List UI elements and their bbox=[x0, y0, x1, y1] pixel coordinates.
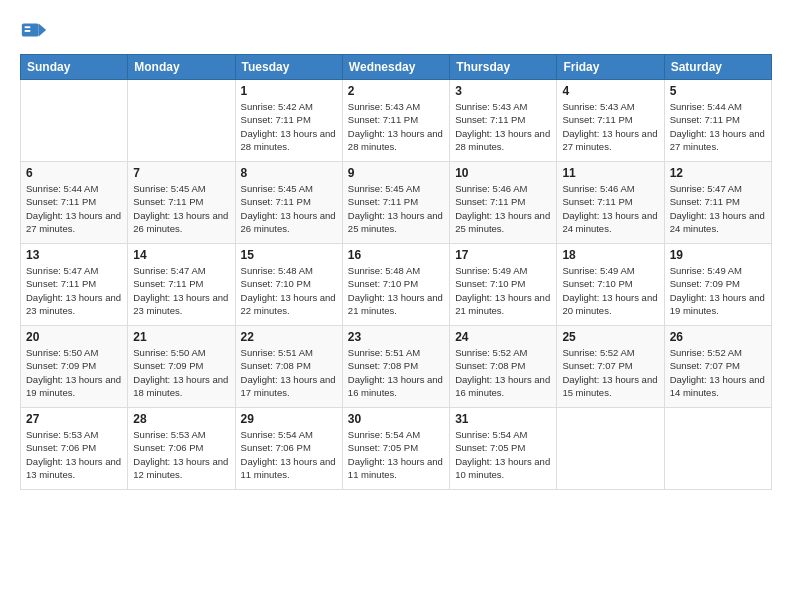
day-number: 29 bbox=[241, 412, 337, 426]
calendar-cell: 12Sunrise: 5:47 AM Sunset: 7:11 PM Dayli… bbox=[664, 162, 771, 244]
day-number: 7 bbox=[133, 166, 229, 180]
day-number: 3 bbox=[455, 84, 551, 98]
svg-rect-2 bbox=[25, 26, 31, 28]
calendar-cell: 15Sunrise: 5:48 AM Sunset: 7:10 PM Dayli… bbox=[235, 244, 342, 326]
day-number: 20 bbox=[26, 330, 122, 344]
day-number: 23 bbox=[348, 330, 444, 344]
day-info: Sunrise: 5:53 AM Sunset: 7:06 PM Dayligh… bbox=[133, 428, 229, 481]
day-info: Sunrise: 5:51 AM Sunset: 7:08 PM Dayligh… bbox=[241, 346, 337, 399]
weekday-header-monday: Monday bbox=[128, 55, 235, 80]
weekday-header-row: SundayMondayTuesdayWednesdayThursdayFrid… bbox=[21, 55, 772, 80]
day-number: 9 bbox=[348, 166, 444, 180]
calendar-cell: 2Sunrise: 5:43 AM Sunset: 7:11 PM Daylig… bbox=[342, 80, 449, 162]
calendar-cell bbox=[664, 408, 771, 490]
day-info: Sunrise: 5:42 AM Sunset: 7:11 PM Dayligh… bbox=[241, 100, 337, 153]
day-info: Sunrise: 5:50 AM Sunset: 7:09 PM Dayligh… bbox=[133, 346, 229, 399]
day-info: Sunrise: 5:49 AM Sunset: 7:09 PM Dayligh… bbox=[670, 264, 766, 317]
day-info: Sunrise: 5:52 AM Sunset: 7:07 PM Dayligh… bbox=[562, 346, 658, 399]
day-info: Sunrise: 5:48 AM Sunset: 7:10 PM Dayligh… bbox=[241, 264, 337, 317]
calendar-cell: 17Sunrise: 5:49 AM Sunset: 7:10 PM Dayli… bbox=[450, 244, 557, 326]
day-info: Sunrise: 5:43 AM Sunset: 7:11 PM Dayligh… bbox=[348, 100, 444, 153]
calendar-cell: 5Sunrise: 5:44 AM Sunset: 7:11 PM Daylig… bbox=[664, 80, 771, 162]
calendar-cell: 24Sunrise: 5:52 AM Sunset: 7:08 PM Dayli… bbox=[450, 326, 557, 408]
day-info: Sunrise: 5:47 AM Sunset: 7:11 PM Dayligh… bbox=[26, 264, 122, 317]
calendar-cell: 26Sunrise: 5:52 AM Sunset: 7:07 PM Dayli… bbox=[664, 326, 771, 408]
calendar-week-row: 27Sunrise: 5:53 AM Sunset: 7:06 PM Dayli… bbox=[21, 408, 772, 490]
svg-rect-3 bbox=[25, 30, 31, 32]
calendar-cell: 1Sunrise: 5:42 AM Sunset: 7:11 PM Daylig… bbox=[235, 80, 342, 162]
calendar-cell bbox=[21, 80, 128, 162]
calendar-cell: 21Sunrise: 5:50 AM Sunset: 7:09 PM Dayli… bbox=[128, 326, 235, 408]
calendar-cell bbox=[128, 80, 235, 162]
day-info: Sunrise: 5:43 AM Sunset: 7:11 PM Dayligh… bbox=[562, 100, 658, 153]
calendar-cell: 4Sunrise: 5:43 AM Sunset: 7:11 PM Daylig… bbox=[557, 80, 664, 162]
day-info: Sunrise: 5:51 AM Sunset: 7:08 PM Dayligh… bbox=[348, 346, 444, 399]
calendar-cell: 9Sunrise: 5:45 AM Sunset: 7:11 PM Daylig… bbox=[342, 162, 449, 244]
calendar-week-row: 20Sunrise: 5:50 AM Sunset: 7:09 PM Dayli… bbox=[21, 326, 772, 408]
calendar-cell: 20Sunrise: 5:50 AM Sunset: 7:09 PM Dayli… bbox=[21, 326, 128, 408]
day-number: 13 bbox=[26, 248, 122, 262]
calendar-week-row: 1Sunrise: 5:42 AM Sunset: 7:11 PM Daylig… bbox=[21, 80, 772, 162]
day-number: 16 bbox=[348, 248, 444, 262]
day-number: 18 bbox=[562, 248, 658, 262]
day-info: Sunrise: 5:45 AM Sunset: 7:11 PM Dayligh… bbox=[241, 182, 337, 235]
weekday-header-wednesday: Wednesday bbox=[342, 55, 449, 80]
weekday-header-thursday: Thursday bbox=[450, 55, 557, 80]
day-info: Sunrise: 5:53 AM Sunset: 7:06 PM Dayligh… bbox=[26, 428, 122, 481]
day-info: Sunrise: 5:44 AM Sunset: 7:11 PM Dayligh… bbox=[26, 182, 122, 235]
weekday-header-tuesday: Tuesday bbox=[235, 55, 342, 80]
calendar-cell: 18Sunrise: 5:49 AM Sunset: 7:10 PM Dayli… bbox=[557, 244, 664, 326]
day-number: 22 bbox=[241, 330, 337, 344]
calendar-cell: 23Sunrise: 5:51 AM Sunset: 7:08 PM Dayli… bbox=[342, 326, 449, 408]
day-number: 25 bbox=[562, 330, 658, 344]
day-number: 26 bbox=[670, 330, 766, 344]
day-number: 31 bbox=[455, 412, 551, 426]
day-info: Sunrise: 5:45 AM Sunset: 7:11 PM Dayligh… bbox=[348, 182, 444, 235]
day-number: 10 bbox=[455, 166, 551, 180]
calendar-cell: 30Sunrise: 5:54 AM Sunset: 7:05 PM Dayli… bbox=[342, 408, 449, 490]
weekday-header-saturday: Saturday bbox=[664, 55, 771, 80]
day-info: Sunrise: 5:46 AM Sunset: 7:11 PM Dayligh… bbox=[455, 182, 551, 235]
calendar-cell bbox=[557, 408, 664, 490]
calendar-cell: 31Sunrise: 5:54 AM Sunset: 7:05 PM Dayli… bbox=[450, 408, 557, 490]
calendar-cell: 3Sunrise: 5:43 AM Sunset: 7:11 PM Daylig… bbox=[450, 80, 557, 162]
calendar-cell: 27Sunrise: 5:53 AM Sunset: 7:06 PM Dayli… bbox=[21, 408, 128, 490]
weekday-header-sunday: Sunday bbox=[21, 55, 128, 80]
day-number: 1 bbox=[241, 84, 337, 98]
calendar-cell: 8Sunrise: 5:45 AM Sunset: 7:11 PM Daylig… bbox=[235, 162, 342, 244]
calendar-week-row: 13Sunrise: 5:47 AM Sunset: 7:11 PM Dayli… bbox=[21, 244, 772, 326]
calendar-cell: 11Sunrise: 5:46 AM Sunset: 7:11 PM Dayli… bbox=[557, 162, 664, 244]
day-number: 28 bbox=[133, 412, 229, 426]
day-number: 8 bbox=[241, 166, 337, 180]
day-number: 15 bbox=[241, 248, 337, 262]
calendar-cell: 16Sunrise: 5:48 AM Sunset: 7:10 PM Dayli… bbox=[342, 244, 449, 326]
day-info: Sunrise: 5:52 AM Sunset: 7:08 PM Dayligh… bbox=[455, 346, 551, 399]
day-number: 17 bbox=[455, 248, 551, 262]
day-info: Sunrise: 5:46 AM Sunset: 7:11 PM Dayligh… bbox=[562, 182, 658, 235]
calendar-week-row: 6Sunrise: 5:44 AM Sunset: 7:11 PM Daylig… bbox=[21, 162, 772, 244]
day-info: Sunrise: 5:50 AM Sunset: 7:09 PM Dayligh… bbox=[26, 346, 122, 399]
day-number: 30 bbox=[348, 412, 444, 426]
day-number: 11 bbox=[562, 166, 658, 180]
day-info: Sunrise: 5:43 AM Sunset: 7:11 PM Dayligh… bbox=[455, 100, 551, 153]
calendar-table: SundayMondayTuesdayWednesdayThursdayFrid… bbox=[20, 54, 772, 490]
day-number: 4 bbox=[562, 84, 658, 98]
day-info: Sunrise: 5:49 AM Sunset: 7:10 PM Dayligh… bbox=[562, 264, 658, 317]
day-number: 6 bbox=[26, 166, 122, 180]
day-info: Sunrise: 5:54 AM Sunset: 7:05 PM Dayligh… bbox=[348, 428, 444, 481]
logo-icon bbox=[20, 16, 48, 44]
calendar-cell: 6Sunrise: 5:44 AM Sunset: 7:11 PM Daylig… bbox=[21, 162, 128, 244]
day-info: Sunrise: 5:47 AM Sunset: 7:11 PM Dayligh… bbox=[133, 264, 229, 317]
day-number: 21 bbox=[133, 330, 229, 344]
day-info: Sunrise: 5:48 AM Sunset: 7:10 PM Dayligh… bbox=[348, 264, 444, 317]
day-info: Sunrise: 5:52 AM Sunset: 7:07 PM Dayligh… bbox=[670, 346, 766, 399]
calendar-cell: 28Sunrise: 5:53 AM Sunset: 7:06 PM Dayli… bbox=[128, 408, 235, 490]
svg-marker-1 bbox=[39, 23, 46, 36]
logo bbox=[20, 16, 50, 44]
calendar-cell: 7Sunrise: 5:45 AM Sunset: 7:11 PM Daylig… bbox=[128, 162, 235, 244]
calendar-cell: 10Sunrise: 5:46 AM Sunset: 7:11 PM Dayli… bbox=[450, 162, 557, 244]
header bbox=[20, 16, 772, 44]
day-info: Sunrise: 5:54 AM Sunset: 7:06 PM Dayligh… bbox=[241, 428, 337, 481]
calendar-cell: 19Sunrise: 5:49 AM Sunset: 7:09 PM Dayli… bbox=[664, 244, 771, 326]
calendar-cell: 13Sunrise: 5:47 AM Sunset: 7:11 PM Dayli… bbox=[21, 244, 128, 326]
